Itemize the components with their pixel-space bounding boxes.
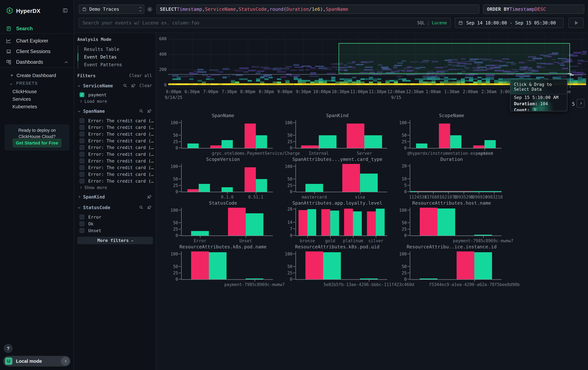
search-icon[interactable] bbox=[139, 109, 144, 113]
chevron-down-icon[interactable] bbox=[78, 206, 80, 209]
green-bar[interactable] bbox=[221, 187, 233, 192]
green-bar[interactable] bbox=[199, 184, 210, 192]
load-more-button[interactable]: Load more bbox=[80, 99, 107, 104]
sidebar-item-dashboards[interactable]: Dashboards bbox=[0, 58, 74, 67]
chevron-down-icon[interactable] bbox=[78, 110, 80, 112]
select-clause-input[interactable]: SELECT Timestamp, ServiceName, StatusCod… bbox=[156, 4, 479, 14]
green-bar[interactable] bbox=[474, 252, 492, 279]
green-bar[interactable] bbox=[319, 135, 336, 148]
green-bar[interactable] bbox=[221, 140, 233, 148]
pin-icon[interactable] bbox=[147, 205, 152, 210]
red-bar[interactable] bbox=[342, 164, 360, 192]
checkbox[interactable] bbox=[80, 172, 84, 177]
green-bar[interactable] bbox=[246, 279, 263, 279]
checkbox[interactable] bbox=[80, 125, 84, 130]
run-query-button[interactable] bbox=[568, 18, 584, 28]
time-range-picker[interactable]: Sep 14 18:00:00 - Sep 15 05:30:00 bbox=[455, 18, 564, 28]
filter-option-spanname[interactable]: Error: The credit card (… bbox=[80, 124, 154, 131]
checkbox[interactable] bbox=[80, 132, 84, 136]
analysis-mode-option[interactable]: Event Deltas bbox=[78, 53, 145, 61]
red-bar[interactable] bbox=[191, 251, 209, 279]
analysis-mode-option[interactable]: Results Table bbox=[78, 46, 145, 53]
filter-option-servicename[interactable]: ✓payment bbox=[80, 91, 106, 98]
green-bar[interactable] bbox=[323, 252, 341, 279]
green-bar[interactable] bbox=[474, 235, 492, 236]
search-input[interactable] bbox=[79, 20, 417, 26]
checkbox[interactable] bbox=[80, 228, 84, 233]
green-bar[interactable] bbox=[353, 211, 362, 236]
drag-selection[interactable] bbox=[339, 43, 570, 74]
sidebar-item-search[interactable]: Search bbox=[0, 24, 74, 33]
filter-option-statuscode[interactable]: Error bbox=[80, 214, 101, 220]
red-bar[interactable] bbox=[301, 145, 319, 148]
green-bar[interactable] bbox=[246, 213, 263, 236]
red-bar[interactable] bbox=[347, 124, 364, 148]
more-filters-button[interactable]: More filters bbox=[77, 237, 153, 244]
order-by-input[interactable]: ORDER BY Timestamp DESC bbox=[483, 4, 584, 14]
checkbox[interactable] bbox=[80, 221, 84, 226]
checkbox[interactable] bbox=[80, 165, 84, 170]
green-bar[interactable] bbox=[376, 209, 385, 236]
green-bar[interactable] bbox=[256, 179, 267, 192]
red-bar[interactable] bbox=[245, 167, 256, 192]
red-bar[interactable] bbox=[420, 208, 437, 236]
collapse-handle-icon[interactable] bbox=[570, 75, 574, 75]
clear-filter-button[interactable]: Clear bbox=[139, 83, 152, 88]
checkbox[interactable] bbox=[80, 145, 84, 150]
search-icon[interactable] bbox=[139, 205, 144, 210]
chevron-right-icon[interactable] bbox=[78, 196, 80, 198]
filter-option-spanname[interactable]: Error: The credit card (… bbox=[80, 137, 154, 144]
selection-handle[interactable] bbox=[568, 73, 572, 74]
next-page-button[interactable] bbox=[577, 99, 584, 108]
checkbox[interactable] bbox=[80, 215, 84, 220]
red-bar[interactable] bbox=[245, 124, 256, 148]
red-bar[interactable] bbox=[228, 208, 246, 236]
green-bar[interactable] bbox=[364, 135, 382, 148]
pin-icon[interactable] bbox=[131, 83, 136, 88]
filter-option-spanname[interactable]: Error: The credit card (… bbox=[80, 158, 154, 164]
analysis-mode-option[interactable]: Event Patterns bbox=[78, 61, 145, 69]
checkbox-checked[interactable]: ✓ bbox=[80, 92, 84, 97]
filter-option-spanname[interactable]: Error: The credit card (… bbox=[80, 171, 154, 178]
collapse-sidebar-icon[interactable] bbox=[62, 8, 68, 13]
search-icon[interactable] bbox=[123, 83, 127, 88]
checkbox[interactable] bbox=[80, 159, 84, 163]
red-bar[interactable] bbox=[457, 251, 474, 279]
sidebar-item-clickhouse[interactable]: ClickHouse bbox=[12, 89, 37, 94]
green-bar[interactable] bbox=[420, 279, 437, 279]
red-bar[interactable] bbox=[188, 189, 199, 192]
filter-group-name[interactable]: StatusCode bbox=[83, 205, 110, 210]
toggle-sql[interactable]: SQL bbox=[417, 20, 425, 25]
sidebar-item-services[interactable]: Services bbox=[12, 96, 31, 102]
filter-option-spanname[interactable]: Error: The credit card (… bbox=[80, 151, 154, 158]
checkbox[interactable] bbox=[80, 179, 84, 183]
green-bar[interactable] bbox=[209, 252, 227, 279]
red-bar[interactable] bbox=[344, 209, 353, 236]
green-bar[interactable] bbox=[360, 174, 378, 192]
green-bar[interactable] bbox=[307, 209, 316, 236]
checkbox[interactable] bbox=[80, 118, 84, 123]
presets-toggle[interactable]: PRESETS bbox=[10, 81, 38, 86]
sidebar-item-kubernetes[interactable]: Kubernetes bbox=[12, 104, 37, 110]
red-bar[interactable] bbox=[210, 145, 221, 148]
red-bar[interactable] bbox=[367, 211, 376, 236]
filter-option-spanname[interactable]: Error: The credit card (… bbox=[80, 178, 154, 184]
sidebar-item-client-sessions[interactable]: Client Sessions bbox=[0, 47, 74, 56]
filter-group-name[interactable]: SpanKind bbox=[83, 194, 105, 200]
green-bar[interactable] bbox=[191, 231, 209, 236]
pin-icon[interactable] bbox=[147, 194, 152, 199]
pin-icon[interactable] bbox=[147, 109, 152, 113]
green-bar[interactable] bbox=[437, 209, 455, 236]
green-bar[interactable] bbox=[416, 143, 427, 148]
red-bar[interactable] bbox=[439, 124, 450, 148]
filter-option-spanname[interactable]: Error: The credit card (… bbox=[80, 164, 154, 171]
local-mode-button[interactable]: U Local mode bbox=[3, 356, 71, 366]
get-started-button[interactable]: Get Started for Free bbox=[12, 139, 62, 148]
green-bar[interactable] bbox=[305, 184, 323, 192]
red-bar[interactable] bbox=[473, 145, 484, 148]
source-select[interactable]: Demo Traces bbox=[79, 4, 144, 14]
checkbox[interactable] bbox=[80, 138, 84, 143]
filter-group-name[interactable]: ServiceName bbox=[83, 83, 113, 89]
show-more-button[interactable]: Show more bbox=[80, 185, 107, 190]
green-bar[interactable] bbox=[450, 135, 462, 148]
